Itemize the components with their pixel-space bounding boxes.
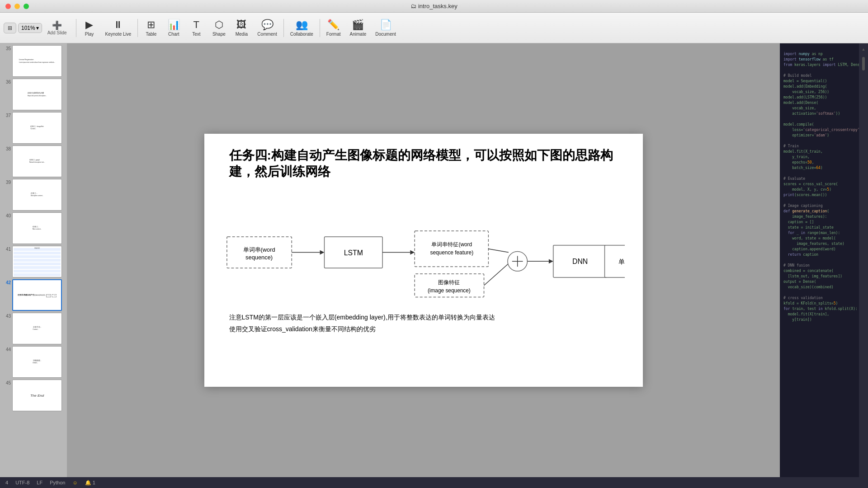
- slide-thumb-35[interactable]: 35 Linear RegressionLorem ipsum text con…: [2, 45, 65, 77]
- slide-thumb-37[interactable]: 37 任务三: ImageNetContent...: [2, 112, 65, 144]
- minimize-button[interactable]: [14, 4, 20, 9]
- svg-text:LSTM: LSTM: [344, 249, 363, 257]
- right-panel: import numpy as np import tensorflow as …: [780, 43, 868, 477]
- text-icon: T: [193, 19, 199, 31]
- collaborate-button[interactable]: 👥 Collaborate: [286, 17, 318, 38]
- smiley-icon: ☺: [72, 480, 77, 485]
- play-button[interactable]: ▶ Play: [78, 17, 101, 38]
- keynote-live-icon: ⏸: [113, 19, 123, 31]
- separator-1: [76, 19, 76, 37]
- code-editor: import numpy as np import tensorflow as …: [780, 43, 868, 331]
- animate-icon: 🎬: [352, 19, 364, 31]
- line-ending: LF: [37, 480, 42, 485]
- svg-line-12: [488, 249, 509, 253]
- zoom-control[interactable]: 101% ▾: [18, 23, 42, 33]
- window-controls: [5, 4, 29, 9]
- zoom-chevron-icon: ▾: [36, 25, 39, 31]
- play-icon: ▶: [85, 19, 93, 31]
- right-panel-scrollbar[interactable]: ▲: [859, 43, 868, 477]
- slide-canvas: 任务四:构建自动产生图像标题的网络模型，可以按照如下图的思路构建，然后训练网络 …: [204, 134, 643, 387]
- text-button[interactable]: T Text: [185, 17, 208, 38]
- toolbar-left-group: ⊞ 101% ▾ ➕ Add Slide: [4, 19, 71, 37]
- collaborate-icon: 👥: [296, 19, 308, 31]
- svg-text:(image sequence): (image sequence): [427, 287, 470, 294]
- separator-3: [283, 19, 284, 37]
- slide-thumb-41[interactable]: 41 表格内容: [2, 246, 65, 277]
- comment-icon: 💬: [261, 19, 274, 31]
- separator-4: [320, 19, 320, 37]
- encoding: UTF-8: [15, 480, 29, 485]
- bottom-bar: 4 UTF-8 LF Python ☺ 🔔 1: [0, 477, 868, 488]
- maximize-button[interactable]: [24, 4, 29, 9]
- svg-text:sequence feature): sequence feature): [430, 249, 473, 256]
- media-button[interactable]: 🖼 Media: [230, 17, 253, 38]
- close-button[interactable]: [5, 4, 11, 9]
- shape-icon: ⬡: [215, 19, 223, 31]
- view-grid-icon: ⊞: [8, 25, 12, 31]
- table-button[interactable]: ⊞ Table: [140, 17, 162, 38]
- toolbar: ⊞ 101% ▾ ➕ Add Slide ▶ Play ⏸ Keynote Li…: [0, 13, 868, 43]
- notification-count: 🔔 1: [85, 480, 95, 486]
- file-icon: 🗂: [410, 3, 416, 9]
- canvas-area[interactable]: 任务四:构建自动产生图像标题的网络模型，可以按照如下图的思路构建，然后训练网络 …: [67, 43, 780, 477]
- slide-thumb-44[interactable]: 44 功能描述...Details...: [2, 346, 65, 378]
- diagram-area: 单词串(word sequence) LSTM 单词串特征(word seque…: [222, 211, 625, 301]
- format-icon: ✏️: [327, 19, 340, 31]
- comment-button[interactable]: 💬 Comment: [253, 17, 281, 38]
- format-button[interactable]: ✏️ Format: [322, 17, 345, 38]
- chart-button[interactable]: 📊 Chart: [162, 17, 185, 38]
- add-slide-button[interactable]: ➕ Add Slide: [44, 19, 71, 37]
- media-icon: 🖼: [236, 19, 246, 31]
- svg-text:单词(word): 单词(word): [618, 258, 625, 265]
- slide-thumb-38[interactable]: 38 任务三: graphNetwork description text...: [2, 145, 65, 177]
- view-button[interactable]: ⊞: [4, 23, 16, 33]
- slide-panel[interactable]: 35 Linear RegressionLorem ipsum text con…: [0, 43, 67, 477]
- svg-text:单词串特征(word: 单词串特征(word: [431, 241, 472, 248]
- slide-thumb-39[interactable]: 39 任务三...Description content...: [2, 179, 65, 211]
- svg-text:图像特征: 图像特征: [438, 279, 460, 286]
- body-line1: 注意LSTM的第一层应该是一个嵌入层(embedding layer),用于将整…: [229, 312, 625, 322]
- titlebar: 🗂 intro_tasks.key: [0, 0, 868, 13]
- line-number: 4: [5, 480, 8, 485]
- window-title: 🗂 intro_tasks.key: [410, 3, 457, 9]
- svg-text:单词串(word: 单词串(word: [243, 246, 275, 253]
- language: Python: [50, 480, 65, 485]
- slide-body-text: 注意LSTM的第一层应该是一个嵌入层(embedding layer),用于将整…: [229, 312, 625, 334]
- svg-marker-4: [320, 250, 324, 255]
- slide-title: 任务四:构建自动产生图像标题的网络模型，可以按照如下图的思路构建，然后训练网络: [229, 147, 618, 180]
- separator-2: [137, 19, 138, 37]
- slide-thumb-43[interactable]: 43 分析方法...Content...: [2, 313, 65, 344]
- keynote-live-button[interactable]: ⏸ Keynote Live: [101, 17, 136, 38]
- chart-icon: 📊: [168, 19, 180, 31]
- shape-button[interactable]: ⬡ Shape: [208, 17, 230, 38]
- main-area: 35 Linear RegressionLorem ipsum text con…: [0, 43, 868, 477]
- animate-button[interactable]: 🎬 Animate: [345, 17, 371, 38]
- slide-thumb-42[interactable]: 42 任务四:构建自动产生 图像标题网络模型... LSTM →DNN: [2, 279, 65, 311]
- slide-thumb-40[interactable]: 40 任务三...More content...: [2, 212, 65, 244]
- slide-thumb-36[interactable]: 36 训练生成模型的步骤Steps and process descriptio…: [2, 79, 65, 110]
- svg-text:DNN: DNN: [572, 258, 587, 265]
- document-icon: 📄: [380, 19, 392, 31]
- table-icon: ⊞: [147, 19, 155, 31]
- svg-text:sequence): sequence): [245, 254, 273, 261]
- svg-marker-21: [548, 259, 553, 263]
- slide-thumb-45[interactable]: 45 The End: [2, 380, 65, 411]
- svg-marker-8: [410, 250, 415, 255]
- document-button[interactable]: 📄 Document: [371, 17, 401, 38]
- plus-icon: ➕: [52, 20, 62, 30]
- body-line2: 使用交叉验证cross_validation来衡量不同结构的优劣: [229, 324, 625, 334]
